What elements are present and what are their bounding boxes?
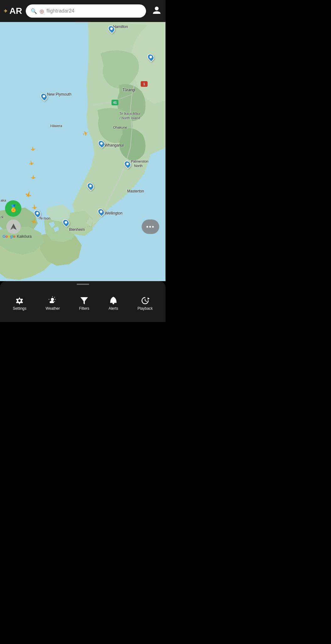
svg-marker-14 [33,204,36,209]
label-rk: rk [1,214,3,219]
pin-hamilton[interactable] [108,25,115,33]
map-container[interactable]: New Plymouth Hāwera Tūrangi Te Ika-a-Māu… [0,22,166,281]
playback-label: Playback [138,306,153,311]
label-turangi: Tūrangi [122,87,135,92]
search-placeholder-text: flightradar24 [46,8,74,14]
label-new-plymouth: New Plymouth [47,91,71,97]
search-bar[interactable]: 🔍 ◎ flightradar24 [26,4,146,18]
svg-marker-35 [148,297,149,300]
svg-marker-17 [33,218,36,224]
alerts-label: Alerts [109,306,118,311]
svg-marker-15 [32,207,34,208]
weather-label: Weather [46,306,60,311]
weather-icon [48,296,57,305]
svg-marker-8 [32,175,34,179]
label-hawera: Hāwera [50,123,62,128]
settings-icon [15,296,24,305]
nav-item-settings[interactable]: Settings [9,294,30,313]
svg-point-0 [155,7,159,10]
label-north-island: Te Ika-a-Māui / North Island [119,111,140,120]
svg-line-29 [54,297,55,298]
google-logo: Google [3,234,15,239]
road-badge-1: 1 [141,81,148,87]
settings-label: Settings [13,306,26,311]
svg-marker-9 [31,177,32,178]
svg-marker-19 [35,221,37,223]
plane-icon: ✈ [4,8,8,14]
more-options-button[interactable]: ••• [142,219,159,234]
label-palmerston-north: Palmerston North [131,159,149,168]
reward-button[interactable]: 🏅 [5,200,21,217]
profile-icon[interactable] [152,5,162,17]
svg-marker-12 [25,193,28,196]
pin-new-plymouth[interactable] [41,93,47,100]
road-badge-41: 41 [111,100,118,105]
label-aka: aka [1,197,6,203]
label-masterton: Masterton [127,188,144,194]
airplane-chain [22,145,53,230]
pin-coast[interactable] [87,182,94,190]
pin-palmerston-north[interactable] [124,160,131,168]
label-wellington: Wellington [105,210,122,216]
svg-marker-13 [29,195,32,197]
bottom-nav: Settings Weather [0,281,166,322]
filters-label: Filters [79,306,90,311]
svg-line-37 [145,301,147,302]
search-icon: 🔍 [31,8,37,14]
fr24-radar-icon: ◎ [40,8,44,14]
svg-marker-10 [34,177,36,178]
alerts-icon [109,296,117,305]
google-attribution: Google Kaikōura [3,234,32,239]
svg-point-23 [18,299,21,302]
nav-items: Settings Weather [0,285,166,322]
reward-icon: 🏅 [9,204,18,213]
label-whanganui: Whanganui [105,142,124,148]
pin-taupo[interactable] [148,53,154,61]
svg-marker-18 [31,220,33,222]
svg-marker-6 [29,163,31,165]
kaikoura-label: Kaikōura [17,234,31,239]
nav-item-filters[interactable]: Filters [75,294,93,313]
svg-marker-16 [35,207,37,208]
top-bar: ✈ AR 🔍 ◎ flightradar24 [0,0,166,22]
svg-marker-4 [34,148,36,150]
label-hamilton: Hamilton [113,24,128,29]
more-dots-icon: ••• [146,223,155,230]
app: ✈ AR 🔍 ◎ flightradar24 [0,0,166,322]
pin-blenheim[interactable] [63,219,69,226]
nav-item-alerts[interactable]: Alerts [105,294,122,313]
filters-icon [80,296,88,305]
ar-text: AR [9,6,22,16]
svg-marker-2 [31,146,34,151]
label-ohakune: Ohakune [113,124,127,130]
playback-icon [141,296,149,305]
nav-item-weather[interactable]: Weather [42,294,63,313]
location-button[interactable] [6,219,21,234]
svg-point-34 [113,303,114,304]
label-blenheim: Blenheim [69,226,85,232]
svg-marker-32 [80,297,88,304]
ar-label: ✈ AR [4,6,23,16]
svg-line-31 [54,301,55,302]
svg-point-24 [51,298,54,301]
pin-wellington[interactable] [98,208,104,216]
pin-whanganui[interactable] [98,140,105,147]
nav-item-playback[interactable]: Playback [134,294,157,313]
svg-marker-3 [30,149,32,151]
svg-marker-7 [32,162,34,164]
